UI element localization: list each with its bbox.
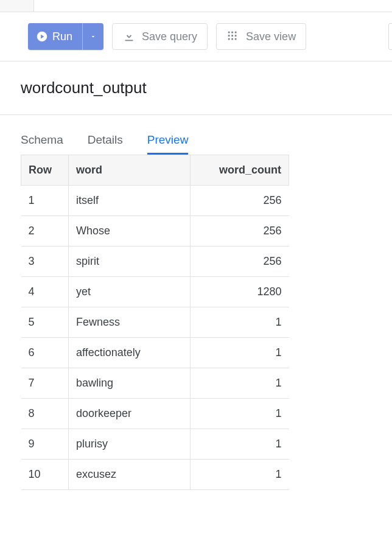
run-button[interactable]: Run (28, 23, 83, 50)
svg-rect-5 (231, 35, 233, 37)
svg-rect-8 (231, 38, 233, 40)
cell-rownum: 5 (21, 307, 69, 338)
caret-down-icon (89, 33, 97, 40)
table-row: 5Fewness1 (21, 307, 289, 338)
cell-rownum: 2 (21, 216, 69, 247)
title-block: wordcount_output (0, 61, 392, 115)
cell-rownum: 1 (21, 186, 69, 216)
tab-details[interactable]: Details (88, 133, 123, 155)
table-header-row: Row word word_count (21, 155, 289, 186)
cell-word: itself (69, 186, 191, 216)
cell-word-count: 1 (191, 429, 289, 460)
download-icon (122, 30, 136, 43)
col-header-word-count: word_count (191, 155, 289, 186)
svg-rect-9 (235, 38, 237, 40)
table-row: 1itself256 (21, 186, 289, 216)
cell-word: Whose (69, 216, 191, 247)
cell-word: yet (69, 277, 191, 307)
tab-schema[interactable]: Schema (21, 133, 63, 155)
cell-word: affectionately (69, 338, 191, 368)
cell-word-count: 256 (191, 216, 289, 247)
run-dropdown-button[interactable] (83, 23, 103, 50)
save-query-label: Save query (142, 30, 197, 43)
cell-rownum: 3 (21, 247, 69, 277)
cell-rownum: 7 (21, 368, 69, 399)
table-row: 4yet1280 (21, 277, 289, 307)
cell-rownum: 4 (21, 277, 69, 307)
cell-word: plurisy (69, 429, 191, 460)
cell-word: excusez (69, 460, 191, 490)
cell-word: spirit (69, 247, 191, 277)
preview-table: Row word word_count 1itself2562Whose2563… (21, 155, 289, 490)
toolbar-overflow-button[interactable] (388, 23, 392, 50)
page-title: wordcount_output (21, 79, 392, 97)
table-row: 3spirit256 (21, 247, 289, 277)
save-query-button[interactable]: Save query (112, 23, 208, 50)
col-header-row: Row (21, 155, 69, 186)
col-header-word: word (69, 155, 191, 186)
table-row: 2Whose256 (21, 216, 289, 247)
cell-word: doorkeeper (69, 399, 191, 429)
table-row: 10excusez1 (21, 460, 289, 490)
cell-rownum: 8 (21, 399, 69, 429)
cell-word-count: 1 (191, 460, 289, 490)
cell-word-count: 1 (191, 307, 289, 338)
cell-word-count: 1 (191, 338, 289, 368)
cell-word-count: 1 (191, 368, 289, 399)
cell-word-count: 1280 (191, 277, 289, 307)
editor-tab-strip (0, 0, 392, 12)
run-button-label: Run (52, 30, 72, 43)
cell-word: Fewness (69, 307, 191, 338)
svg-rect-2 (231, 32, 233, 33)
svg-rect-1 (228, 32, 230, 33)
cell-rownum: 6 (21, 338, 69, 368)
svg-rect-3 (235, 32, 237, 33)
table-row: 9plurisy1 (21, 429, 289, 460)
table-row: 8doorkeeper1 (21, 399, 289, 429)
save-view-button[interactable]: Save view (216, 23, 306, 50)
cell-rownum: 10 (21, 460, 69, 490)
table-row: 6affectionately1 (21, 338, 289, 368)
run-button-group: Run (28, 23, 103, 50)
play-icon (37, 31, 47, 42)
cell-word: bawling (69, 368, 191, 399)
editor-tab-stub[interactable] (0, 0, 34, 12)
svg-rect-7 (228, 38, 230, 40)
svg-rect-4 (228, 35, 230, 37)
cell-rownum: 9 (21, 429, 69, 460)
cell-word-count: 1 (191, 399, 289, 429)
table-row: 7bawling1 (21, 368, 289, 399)
cell-word-count: 256 (191, 186, 289, 216)
svg-rect-6 (235, 35, 237, 37)
result-tabs: Schema Details Preview (0, 115, 392, 155)
toolbar: Run Save query Save view (0, 12, 392, 61)
tab-preview[interactable]: Preview (147, 133, 189, 155)
save-view-label: Save view (246, 30, 296, 43)
cell-word-count: 256 (191, 247, 289, 277)
grid-icon (226, 30, 240, 43)
